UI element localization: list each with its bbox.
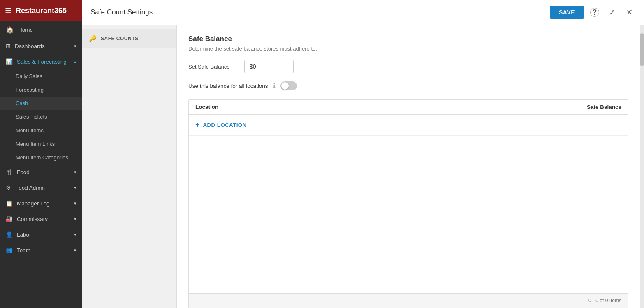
chevron-down-icon5: ▾ bbox=[74, 216, 76, 222]
add-location-label: ADD LOCATION bbox=[203, 122, 247, 128]
forecasting-label: Forecasting bbox=[16, 87, 44, 93]
modal-body: 🔑 Safe Counts Safe Balance Determine the… bbox=[82, 25, 644, 308]
info-icon[interactable]: ℹ bbox=[273, 82, 276, 90]
safe-counts-nav-item[interactable]: 🔑 Safe Counts bbox=[82, 29, 176, 48]
menu-item-links-label: Menu Item Links bbox=[16, 141, 55, 147]
set-balance-input[interactable] bbox=[244, 60, 294, 73]
add-icon: + bbox=[195, 121, 200, 129]
sales-icon: 📊 bbox=[6, 58, 13, 65]
location-table: Location Safe Balance + ADD LOCATION 0 -… bbox=[188, 99, 628, 308]
modal-window: Safe Count Settings SAVE ? ⤢ ✕ bbox=[82, 0, 644, 308]
sidebar-item-dashboards-label: Dashboards bbox=[15, 43, 45, 49]
add-location-row[interactable]: + ADD LOCATION bbox=[189, 115, 628, 136]
inner-table-body bbox=[189, 136, 628, 293]
set-balance-row: Set Safe Balance bbox=[188, 60, 628, 73]
daily-sales-label: Daily Sales bbox=[16, 73, 42, 79]
sidebar-item-forecasting[interactable]: Forecasting bbox=[0, 83, 82, 97]
sidebar-item-food-admin-label: Food Admin bbox=[15, 185, 45, 191]
toggle-knob bbox=[281, 82, 289, 90]
modal-scrollbar[interactable] bbox=[640, 25, 644, 308]
chevron-down-icon: ▾ bbox=[74, 44, 76, 49]
toggle-switch[interactable] bbox=[280, 81, 297, 90]
main-area: Safe Counts 🔍 Location Record Number bbox=[82, 0, 644, 308]
modal-header-actions: SAVE ? ⤢ ✕ bbox=[550, 6, 636, 19]
sidebar-item-sales-forecasting[interactable]: 📊 Sales & Forecasting ▴ bbox=[0, 54, 82, 69]
food-admin-icon: ⚙ bbox=[6, 184, 11, 191]
sidebar-item-menu-item-categories[interactable]: Menu Item Categories bbox=[0, 151, 82, 164]
sidebar-item-team-label: Team bbox=[17, 247, 30, 253]
sidebar-item-team[interactable]: 👥 Team ▾ bbox=[0, 242, 82, 258]
expand-icon: ⤢ bbox=[609, 8, 615, 17]
col-location: Location bbox=[195, 104, 408, 110]
close-button[interactable]: ✕ bbox=[623, 6, 636, 19]
hamburger-icon[interactable]: ☰ bbox=[5, 6, 12, 15]
modal-left-panel: 🔑 Safe Counts bbox=[82, 25, 177, 308]
manager-log-icon: 📋 bbox=[6, 200, 13, 207]
modal-overlay: Safe Count Settings SAVE ? ⤢ ✕ bbox=[82, 0, 644, 308]
sidebar-item-sf-label: Sales & Forecasting bbox=[17, 59, 67, 65]
sidebar-header: ☰ Restaurant365 bbox=[0, 0, 82, 21]
toggle-row: Use this balance for all locations ℹ bbox=[188, 81, 628, 90]
chevron-up-icon: ▴ bbox=[74, 59, 76, 64]
inner-table-header: Location Safe Balance bbox=[189, 100, 628, 115]
sidebar-item-labor-label: Labor bbox=[17, 232, 31, 238]
sidebar-item-sales-tickets[interactable]: Sales Tickets bbox=[0, 110, 82, 124]
table-footer: 0 - 0 of 0 Items bbox=[189, 293, 628, 308]
sidebar-item-food[interactable]: 🍴 Food ▾ bbox=[0, 164, 82, 180]
safe-counts-nav-label: Safe Counts bbox=[101, 36, 139, 41]
close-icon: ✕ bbox=[626, 8, 632, 17]
app-title: Restaurant365 bbox=[16, 7, 67, 15]
modal-title: Safe Count Settings bbox=[90, 8, 545, 16]
sidebar-item-food-label: Food bbox=[17, 169, 30, 175]
toggle-label: Use this balance for all locations bbox=[188, 83, 268, 89]
sidebar-item-menu-items[interactable]: Menu Items bbox=[0, 124, 82, 137]
sidebar-item-menu-item-links[interactable]: Menu Item Links bbox=[0, 137, 82, 151]
key-icon: 🔑 bbox=[89, 35, 97, 42]
sidebar-item-commissary[interactable]: 🏭 Commissary ▾ bbox=[0, 211, 82, 227]
chevron-down-icon4: ▾ bbox=[74, 201, 76, 206]
sidebar-item-labor[interactable]: 👤 Labor ▾ bbox=[0, 227, 82, 242]
sidebar-item-manager-log[interactable]: 📋 Manager Log ▾ bbox=[0, 195, 82, 211]
save-button[interactable]: SAVE bbox=[550, 6, 584, 19]
chevron-down-icon6: ▾ bbox=[74, 232, 76, 237]
menu-item-categories-label: Menu Item Categories bbox=[16, 154, 68, 161]
scrollbar-thumb bbox=[640, 33, 644, 66]
sidebar-item-dashboards[interactable]: ⊞ Dashboards ▾ bbox=[0, 38, 82, 54]
commissary-icon: 🏭 bbox=[6, 216, 13, 222]
help-button[interactable]: ? bbox=[588, 6, 601, 19]
help-icon: ? bbox=[590, 8, 599, 17]
section-title: Safe Balance bbox=[188, 35, 628, 43]
modal-header: Safe Count Settings SAVE ? ⤢ ✕ bbox=[82, 0, 644, 25]
sidebar-item-home[interactable]: 🏠 Home bbox=[0, 21, 82, 38]
cash-label: Cash bbox=[16, 100, 28, 106]
set-balance-label: Set Safe Balance bbox=[188, 64, 238, 70]
sidebar-item-food-admin[interactable]: ⚙ Food Admin ▾ bbox=[0, 180, 82, 195]
section-desc: Determine the set safe balance stores mu… bbox=[188, 46, 628, 52]
col-safe-balance: Safe Balance bbox=[408, 104, 621, 110]
sidebar-item-commissary-label: Commissary bbox=[17, 216, 48, 222]
sidebar-item-home-label: Home bbox=[18, 27, 33, 33]
team-icon: 👥 bbox=[6, 247, 13, 253]
dashboards-icon: ⊞ bbox=[6, 43, 11, 49]
sidebar-item-manager-log-label: Manager Log bbox=[17, 200, 50, 207]
modal-right-wrapper: Safe Balance Determine the set safe bala… bbox=[177, 25, 644, 308]
expand-button[interactable]: ⤢ bbox=[605, 6, 619, 19]
sidebar-item-cash[interactable]: Cash bbox=[0, 97, 82, 110]
labor-icon: 👤 bbox=[6, 231, 13, 238]
food-icon: 🍴 bbox=[6, 169, 13, 175]
chevron-down-icon3: ▾ bbox=[74, 185, 76, 191]
home-icon: 🏠 bbox=[6, 26, 14, 34]
chevron-down-icon7: ▾ bbox=[74, 248, 76, 253]
menu-items-label: Menu Items bbox=[16, 127, 44, 133]
chevron-down-icon2: ▾ bbox=[74, 170, 76, 175]
sales-tickets-label: Sales Tickets bbox=[16, 114, 47, 120]
modal-right-panel: Safe Balance Determine the set safe bala… bbox=[177, 25, 640, 308]
sidebar-item-daily-sales[interactable]: Daily Sales bbox=[0, 69, 82, 83]
sidebar: ☰ Restaurant365 🏠 Home ⊞ Dashboards ▾ 📊 … bbox=[0, 0, 82, 308]
